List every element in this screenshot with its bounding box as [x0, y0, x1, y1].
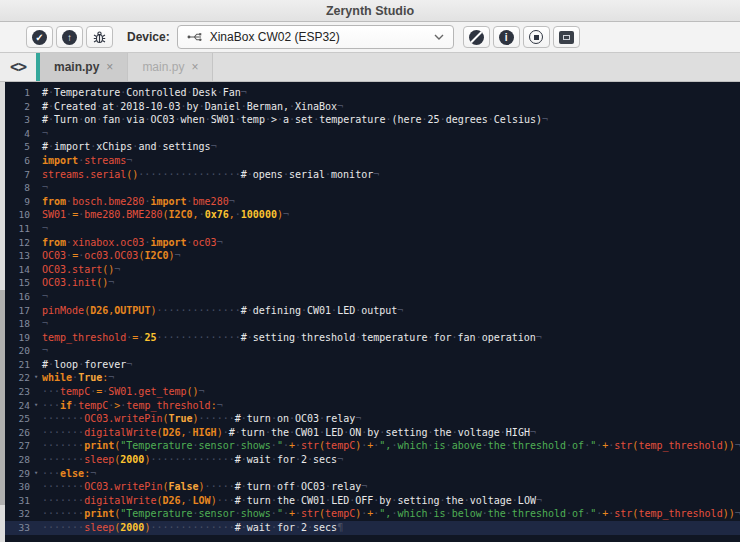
code-line-5[interactable]: 5#·import·xChips·and·settings¬: [0, 140, 740, 154]
code-text: pinMode(D26,OUTPUT)··············#·defin…: [42, 304, 740, 318]
code-line-22[interactable]: 22▾while·True:¬: [0, 371, 740, 385]
code-line-10[interactable]: 10SW01·=·bme280.BME280(I2C0,·0x76,·10000…: [0, 208, 740, 222]
code-line-13[interactable]: 13OC03·=·oc03.OC03(I2C0)¬: [0, 249, 740, 263]
tab-main-py-active[interactable]: main.py ×: [40, 53, 127, 81]
fold-spacer: [30, 168, 42, 182]
token-comment: Created: [54, 101, 96, 112]
token-comment: operation: [482, 332, 536, 343]
fold-spacer: [30, 304, 42, 318]
device-select[interactable]: XinaBox CW02 (ESP32): [177, 25, 454, 49]
code-line-14[interactable]: 14OC03.start()¬: [0, 263, 740, 277]
code-line-7[interactable]: 7streams.serial()·················#·open…: [0, 168, 740, 182]
code-text: OC03·=·oc03.OC03(I2C0)¬: [42, 249, 740, 263]
code-line-11[interactable]: 11¬: [0, 222, 740, 236]
whitespace-dots: ·······: [42, 454, 84, 465]
whitespace-dots: ·······: [42, 481, 84, 492]
token-string: is: [434, 440, 446, 451]
code-line-2[interactable]: 2#·Created·at·2018-10-03·by·Daniel·Berma…: [0, 100, 740, 114]
help-button[interactable]: [463, 26, 490, 48]
close-icon[interactable]: ×: [106, 60, 113, 74]
code-line-25[interactable]: 25·······OC03.writePin(True)······#·turn…: [0, 412, 740, 426]
token-boolean: False: [168, 481, 198, 492]
token-identifier: temp_threshold: [638, 440, 722, 451]
code-view-toggle[interactable]: <>: [0, 53, 36, 81]
fold-spacer: [30, 113, 42, 127]
whitespace-dots: ·······: [42, 508, 84, 519]
eol-marker: ¬: [735, 440, 740, 451]
token-comment: output: [361, 305, 397, 316]
token-identifier: digitalWrite: [84, 495, 156, 506]
token-comment: LOW: [518, 495, 536, 506]
code-line-23[interactable]: 23···tempC·=·SW01.get_temp()¬: [0, 385, 740, 399]
token-comment: temp: [241, 114, 265, 125]
info-button[interactable]: i: [493, 26, 520, 48]
fold-spacer: [30, 480, 42, 494]
token-number: 25: [144, 332, 156, 343]
code-text: ·······digitalWrite(D26,·HIGH)·#·turn·th…: [42, 426, 740, 440]
fold-marker-icon[interactable]: ▾: [30, 399, 42, 413]
code-line-1[interactable]: 1#·Temperature·Controlled·Desk·Fan¬: [0, 86, 740, 100]
token-comment: Desk: [193, 87, 217, 98]
code-text: from·xinabox.oc03·import·oc03¬: [42, 236, 740, 250]
code-line-30[interactable]: 30·······OC03.writePin(False)·····#·turn…: [0, 480, 740, 494]
fold-spacer: [30, 317, 42, 331]
code-line-28[interactable]: 28·······sleep(2000)··············#·wait…: [0, 453, 740, 467]
code-line-12[interactable]: 12from·xinabox.oc03·import·oc03¬: [0, 236, 740, 250]
code-line-15[interactable]: 15OC03.init()¬: [0, 276, 740, 290]
token-comment: and: [138, 141, 156, 152]
code-line-3[interactable]: 3#·Turn·on·fan·via·OC03·when·SW01·temp·>…: [0, 113, 740, 127]
token-string: ",: [379, 440, 391, 451]
eol-marker: ¬: [42, 182, 48, 193]
code-line-18[interactable]: 18¬: [0, 317, 740, 331]
code-line-33[interactable]: 33·······sleep(2000)··············#·wait…: [0, 521, 740, 535]
code-line-9[interactable]: 9from·bosch.bme280·import·bme280¬: [0, 195, 740, 209]
code-line-24[interactable]: 24▾···if·tempC·>·temp_threshold:¬: [0, 399, 740, 413]
code-line-16[interactable]: 16¬: [0, 290, 740, 304]
tab-main-py-inactive[interactable]: main.py ×: [127, 53, 213, 81]
token-keyword: import: [42, 155, 78, 166]
token-comment: threshold: [301, 332, 355, 343]
token-string: sensor: [199, 440, 235, 451]
code-line-4[interactable]: 4¬: [0, 127, 740, 141]
token-comment: Daniel: [205, 101, 241, 112]
stop-button[interactable]: [523, 26, 550, 48]
code-line-31[interactable]: 31·······digitalWrite(D26,·LOW)···#·turn…: [0, 494, 740, 508]
token-identifier: tempC: [78, 400, 108, 411]
code-line-29[interactable]: 29▾···else:¬: [0, 467, 740, 481]
code-line-8[interactable]: 8¬: [0, 181, 740, 195]
token-identifier: temp_threshold: [42, 332, 126, 343]
fold-marker-icon[interactable]: ▾: [30, 371, 42, 385]
console-button[interactable]: [553, 26, 580, 48]
token-keyword: while: [42, 372, 72, 383]
close-icon[interactable]: ×: [191, 60, 198, 74]
code-text: ¬: [42, 290, 740, 304]
token-identifier: xinabox.oc03: [72, 237, 144, 248]
token-string: ",: [379, 508, 391, 519]
eol-marker: ¬: [108, 372, 114, 383]
code-line-27[interactable]: 27·······print("Temperature·sensor·shows…: [0, 439, 740, 453]
token-string: "Temperature: [120, 508, 192, 519]
debug-button[interactable]: [86, 26, 113, 48]
code-line-6[interactable]: 6import·streams¬: [0, 154, 740, 168]
uplink-button[interactable]: ↑: [56, 26, 83, 48]
fold-marker-icon[interactable]: ▾: [30, 467, 42, 481]
whitespace-dots: ·················: [138, 169, 240, 180]
token-string: of: [572, 440, 584, 451]
code-line-20[interactable]: 20¬: [0, 344, 740, 358]
code-line-17[interactable]: 17pinMode(D26,OUTPUT)··············#·def…: [0, 304, 740, 318]
scrollbar-track[interactable]: [0, 82, 5, 542]
eol-marker: ¬: [217, 400, 223, 411]
code-editor[interactable]: 1#·Temperature·Controlled·Desk·Fan¬2#·Cr…: [0, 82, 740, 542]
verify-button[interactable]: ✓: [26, 26, 53, 48]
code-line-26[interactable]: 26·······digitalWrite(D26,·HIGH)·#·turn·…: [0, 426, 740, 440]
token-operator: (): [187, 386, 199, 397]
fold-spacer: [30, 290, 42, 304]
token-comment: setting: [385, 427, 427, 438]
scrollbar-thumb[interactable]: [0, 290, 5, 505]
code-line-19[interactable]: 19temp_threshold·=·25··············#·set…: [0, 331, 740, 345]
fold-spacer: [30, 154, 42, 168]
code-text: ·······sleep(2000)··············#·wait·f…: [42, 521, 740, 535]
code-line-21[interactable]: 21#·loop·forever¬: [0, 358, 740, 372]
chevron-down-icon: [434, 34, 444, 40]
code-line-32[interactable]: 32·······print("Temperature·sensor·shows…: [0, 507, 740, 521]
